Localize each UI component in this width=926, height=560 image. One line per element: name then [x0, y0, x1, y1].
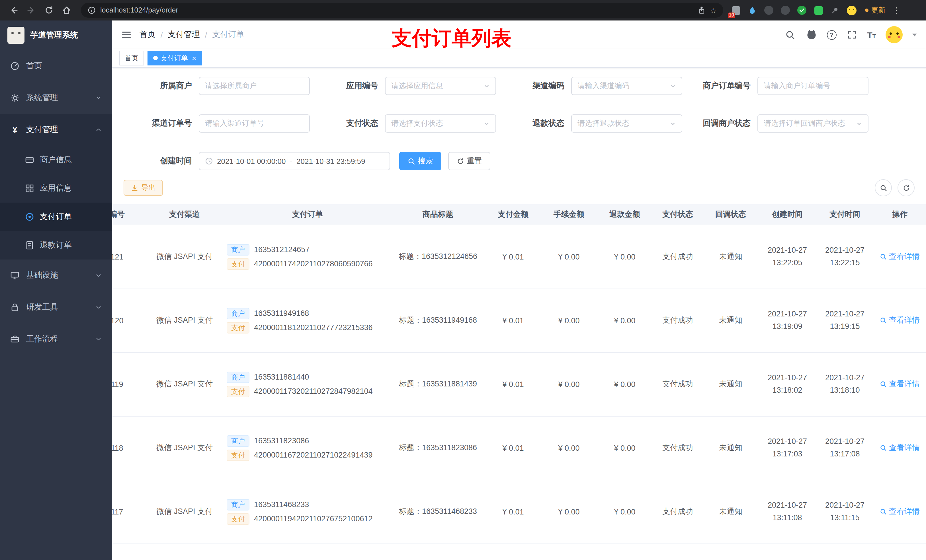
- filter-row-2: 渠道订单号 请输入渠道订单号 支付状态 请选择支付状态: [124, 115, 926, 133]
- cell-action: [874, 543, 926, 560]
- chevron-down-icon[interactable]: [912, 33, 917, 36]
- tags-view: 首页 支付订单 ×: [112, 49, 926, 68]
- cell-action: 查看详情: [874, 480, 926, 543]
- site-info-icon[interactable]: [88, 6, 96, 14]
- extension-green-icon[interactable]: [813, 5, 824, 16]
- cell-channel: [145, 543, 224, 560]
- sidebar-item-dev-tools[interactable]: 研发工具: [0, 291, 112, 323]
- cell-channel: 微信 JSAPI 支付: [145, 480, 224, 543]
- help-icon[interactable]: ?: [827, 30, 836, 39]
- cell-pay-amount: ¥ 0.01: [485, 288, 541, 352]
- channel-code-select[interactable]: 请输入渠道编码: [571, 77, 682, 95]
- update-dot-icon: [865, 9, 869, 12]
- refresh-icon[interactable]: [41, 3, 56, 18]
- cell-fee-amount: ¥ 0.00: [541, 225, 597, 288]
- home-icon[interactable]: [59, 3, 74, 18]
- search-icon[interactable]: [784, 29, 796, 41]
- cell-id: 117: [112, 480, 145, 543]
- pay-badge: 支付: [227, 322, 250, 333]
- merchant-order-no-input[interactable]: 请输入商户订单编号: [757, 77, 869, 95]
- export-button[interactable]: 导出: [124, 180, 163, 196]
- table-row: 121 微信 JSAPI 支付 商户 1635312124657 支: [112, 225, 926, 288]
- sidebar-item-workflow[interactable]: 工作流程: [0, 323, 112, 355]
- tag-pay-order[interactable]: 支付订单 ×: [147, 51, 202, 65]
- avatar[interactable]: [885, 26, 903, 43]
- share-icon[interactable]: [698, 6, 706, 14]
- app-no-select[interactable]: 请选择应用信息: [385, 77, 496, 95]
- github-icon[interactable]: [805, 29, 817, 41]
- notify-status-select[interactable]: 请选择订单回调商户状态: [757, 115, 869, 133]
- dashboard-icon: [10, 62, 20, 71]
- merchant-order-no: 1635311881440: [254, 373, 309, 381]
- cell-order: 商户 1635311468233 支付 42000011942021102767…: [224, 480, 391, 543]
- document-icon: [25, 241, 34, 250]
- browser-update-button[interactable]: 更新: [865, 5, 885, 15]
- extension-icon-1[interactable]: [763, 5, 775, 16]
- sidebar-item-system[interactable]: 系统管理: [0, 82, 112, 114]
- refund-status-select[interactable]: 请选择退款状态: [571, 115, 682, 133]
- toggle-search-button[interactable]: [875, 179, 892, 196]
- merchant-order-no: 1635312124657: [254, 245, 310, 254]
- cell-fee-amount: [541, 543, 597, 560]
- fullscreen-icon[interactable]: [846, 29, 857, 41]
- cell-pay-time: [816, 543, 874, 560]
- cell-refund-amount: ¥ 0.00: [597, 352, 653, 416]
- table-row: 119 微信 JSAPI 支付 商户 1635311881440 支: [112, 352, 926, 416]
- col-id: 编号: [112, 204, 145, 225]
- address-bar[interactable]: localhost:1024/pay/order ☆: [81, 3, 723, 18]
- view-detail-link[interactable]: 查看详情: [880, 443, 920, 453]
- extension-check-icon[interactable]: [796, 5, 808, 16]
- cell-create-time: 2021-10-27 13:19:09: [758, 288, 816, 352]
- date-range-input[interactable]: 2021-10-01 00:00:00 - 2021-10-31 23:59:5…: [199, 152, 390, 170]
- chevron-down-icon: [95, 272, 102, 279]
- hamburger-icon[interactable]: [121, 30, 132, 40]
- pay-status-select[interactable]: 请选择支付状态: [385, 115, 496, 133]
- chevron-down-icon: [95, 95, 102, 101]
- channel-order-no-input[interactable]: 请输入渠道订单号: [199, 115, 310, 133]
- bookmark-star-icon[interactable]: ☆: [710, 6, 716, 15]
- cell-title: 标题：1635311949168: [391, 288, 485, 352]
- sidebar-item-home[interactable]: 首页: [0, 50, 112, 82]
- sidebar-item-refund-order[interactable]: 退款订单: [0, 231, 112, 260]
- cell-channel: 微信 JSAPI 支付: [145, 416, 224, 480]
- filter-label-merchant-order-no: 商户订单编号: [682, 81, 757, 91]
- extension-puzzle-icon[interactable]: 10: [730, 5, 741, 16]
- sidebar-item-merchant-info[interactable]: 商户信息: [0, 146, 112, 174]
- col-title: 商品标题: [391, 204, 485, 225]
- sidebar-item-app-info[interactable]: 应用信息: [0, 174, 112, 202]
- cell-order: 商户 1635311949168 支付 42000011812021102777…: [224, 288, 391, 352]
- chevron-down-icon: [95, 336, 102, 343]
- breadcrumb-home[interactable]: 首页: [139, 30, 156, 40]
- target-icon: [25, 212, 34, 221]
- back-icon[interactable]: [6, 3, 21, 18]
- refresh-table-button[interactable]: [897, 179, 915, 196]
- browser-menu-icon[interactable]: ⋮: [893, 6, 900, 15]
- close-icon[interactable]: ×: [192, 54, 196, 62]
- view-detail-link[interactable]: 查看详情: [880, 252, 920, 262]
- profile-avatar-icon[interactable]: [846, 5, 857, 16]
- view-detail-link[interactable]: 查看详情: [880, 315, 920, 326]
- font-size-icon[interactable]: TT: [867, 30, 876, 39]
- cell-channel: 微信 JSAPI 支付: [145, 352, 224, 416]
- search-button[interactable]: 搜索: [399, 152, 441, 170]
- merchant-input[interactable]: 请选择所属商户: [199, 77, 310, 95]
- breadcrumb-pay-mgmt[interactable]: 支付管理: [168, 30, 200, 40]
- yen-icon: ¥: [10, 125, 20, 134]
- extension-icon-2[interactable]: [780, 5, 791, 16]
- cell-pay-status: [653, 543, 703, 560]
- bank-card-icon: [25, 155, 34, 165]
- view-detail-link[interactable]: 查看详情: [880, 507, 920, 517]
- reset-button[interactable]: 重置: [448, 152, 490, 170]
- tag-home[interactable]: 首页: [119, 51, 144, 65]
- sidebar-item-payment[interactable]: ¥ 支付管理: [0, 114, 112, 146]
- view-detail-link[interactable]: 查看详情: [880, 379, 920, 389]
- col-pay-time: 支付时间: [816, 204, 874, 225]
- cell-create-time: 2021-10-27 13:11:08: [758, 480, 816, 543]
- sidebar-item-pay-order[interactable]: 支付订单: [0, 202, 112, 231]
- sidebar-item-infra[interactable]: 基础设施: [0, 260, 112, 291]
- forward-icon[interactable]: [23, 3, 39, 18]
- table-toolbar: 导出: [124, 179, 926, 196]
- browser-chrome: localhost:1024/pay/order ☆ 10: [0, 0, 926, 21]
- pin-icon[interactable]: [829, 5, 841, 16]
- extension-drop-icon[interactable]: [747, 5, 758, 16]
